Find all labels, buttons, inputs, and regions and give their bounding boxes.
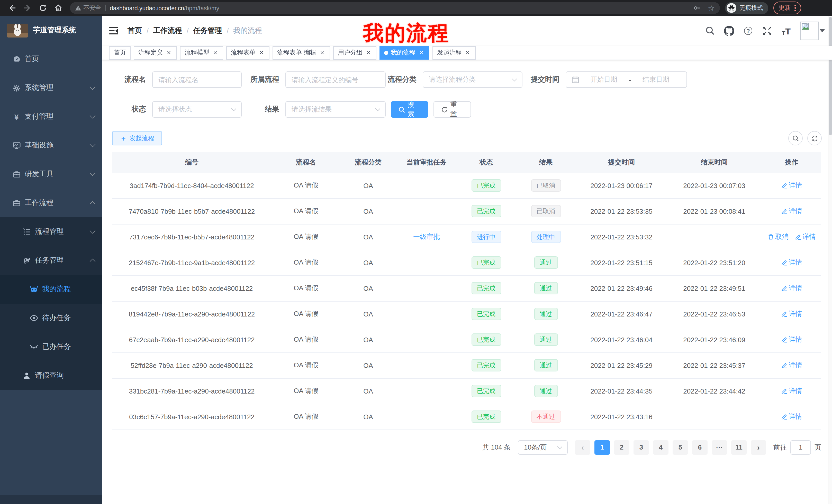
close-icon[interactable]: ✕: [212, 49, 218, 56]
flow-icon: [23, 256, 31, 264]
browser-update-button[interactable]: 更新: [773, 2, 801, 15]
sidebar-item-done-tasks[interactable]: 已办任务: [0, 332, 102, 361]
close-icon[interactable]: ✕: [165, 49, 172, 56]
github-icon[interactable]: [724, 26, 734, 36]
sidebar-item-system[interactable]: 系统管理: [0, 74, 102, 102]
not-secure-warning[interactable]: 不安全: [75, 4, 101, 12]
detail-button[interactable]: 详情: [781, 335, 802, 344]
sidebar-item-home[interactable]: 首页: [0, 45, 102, 74]
avatar-caret-icon[interactable]: [820, 29, 825, 32]
close-icon[interactable]: ✕: [319, 49, 326, 56]
category-select[interactable]: 请选择流程分类: [423, 72, 522, 88]
page-number[interactable]: 6: [692, 440, 707, 454]
breadcrumb-workflow[interactable]: 工作流程: [153, 26, 182, 35]
sidebar-item-my-process[interactable]: 我的流程: [0, 275, 102, 304]
process-name-input[interactable]: [152, 72, 242, 88]
edit-icon: [781, 208, 787, 214]
page-number[interactable]: 1: [594, 440, 610, 454]
reset-button[interactable]: 重置: [434, 101, 471, 118]
sidebar-item-process-mgmt[interactable]: 流程管理: [0, 217, 102, 246]
chevron-down-icon: [557, 444, 562, 449]
process-definition-input[interactable]: [285, 72, 386, 88]
detail-button[interactable]: 详情: [795, 232, 816, 242]
tab-process-model[interactable]: 流程模型✕: [180, 46, 223, 59]
next-page-button[interactable]: ›: [751, 440, 766, 454]
tab-user-group[interactable]: 用户分组✕: [333, 46, 376, 59]
browser-home-icon[interactable]: [51, 1, 65, 15]
detail-button[interactable]: 详情: [781, 412, 802, 421]
close-icon[interactable]: ✕: [365, 49, 372, 56]
search-button[interactable]: 搜索: [391, 101, 428, 118]
page-number[interactable]: 4: [653, 440, 669, 454]
submit-time-range-picker[interactable]: 开始日期 - 结束日期: [566, 72, 687, 88]
page-number[interactable]: 11: [731, 440, 747, 454]
result-select[interactable]: 请选择流结果: [285, 101, 386, 118]
goto-page-input[interactable]: [790, 440, 811, 454]
tab-process-form-edit[interactable]: 流程表单-编辑✕: [272, 46, 330, 59]
page-number[interactable]: 5: [673, 440, 688, 454]
tab-process-definition[interactable]: 流程定义✕: [134, 46, 177, 59]
detail-button[interactable]: 详情: [781, 181, 802, 190]
tab-process-form[interactable]: 流程表单✕: [226, 46, 269, 59]
breadcrumb-task-mgmt[interactable]: 任务管理: [193, 26, 222, 35]
status-select[interactable]: 请选择状态: [152, 101, 242, 118]
sidebar-item-task-mgmt[interactable]: 任务管理: [0, 246, 102, 275]
app-logo[interactable]: 芋道管理系统: [0, 16, 102, 45]
breadcrumb-home[interactable]: 首页: [128, 26, 142, 35]
detail-button[interactable]: 详情: [781, 361, 802, 370]
sidebar-collapse-icon[interactable]: [109, 27, 118, 35]
close-icon[interactable]: ✕: [464, 49, 471, 56]
close-icon[interactable]: ✕: [418, 49, 425, 56]
browser-toolbar: 不安全 dashboard.yudao.iocoder.cn/bpm/task/…: [0, 0, 832, 16]
start-process-button[interactable]: ＋ 发起流程: [112, 131, 162, 145]
page-size-select[interactable]: 10条/页: [518, 440, 568, 454]
tab-my-process[interactable]: 我的流程✕: [380, 46, 430, 59]
task-link[interactable]: 一级审批: [413, 232, 440, 242]
table-refresh-button[interactable]: [807, 131, 822, 145]
help-icon[interactable]: ?: [743, 26, 753, 36]
browser-menu-icon[interactable]: [795, 5, 796, 11]
col-actions: 操作: [762, 152, 821, 173]
browser-back-icon[interactable]: [5, 1, 19, 15]
col-submit-time: 提交时间: [576, 152, 667, 173]
detail-button[interactable]: 详情: [781, 206, 802, 216]
calendar-icon: [572, 76, 579, 83]
browser-reload-icon[interactable]: [36, 1, 49, 15]
avatar[interactable]: [800, 22, 818, 40]
page-number[interactable]: 3: [633, 440, 649, 454]
pagination: 共 104 条 10条/页 ‹ 1 2 3 4 5 6 ··· 11: [112, 440, 821, 454]
font-size-icon[interactable]: TT: [781, 26, 791, 36]
detail-button[interactable]: 详情: [781, 386, 802, 396]
workflow-submenu: 流程管理 任务管理 我的流程: [0, 217, 102, 390]
fullscreen-icon[interactable]: [762, 26, 772, 36]
password-key-icon[interactable]: [693, 4, 701, 12]
detail-button[interactable]: 详情: [781, 258, 802, 267]
detail-button[interactable]: 详情: [781, 284, 802, 293]
goto-suffix: 页: [814, 443, 821, 452]
bookmark-star-icon[interactable]: ☆: [708, 3, 715, 12]
prev-page-button[interactable]: ‹: [575, 440, 590, 454]
browser-forward-icon[interactable]: [21, 1, 34, 15]
detail-button[interactable]: 详情: [781, 309, 802, 318]
col-current-task: 当前审批任务: [396, 152, 457, 173]
close-icon[interactable]: ✕: [258, 49, 265, 56]
table-search-toggle-button[interactable]: [788, 131, 803, 145]
tab-start-process[interactable]: 发起流程✕: [433, 46, 476, 59]
sidebar-item-todo-tasks[interactable]: 待办任务: [0, 304, 102, 332]
url-bar[interactable]: 不安全 dashboard.yudao.iocoder.cn/bpm/task/…: [70, 2, 720, 14]
more-pages-button[interactable]: ···: [712, 440, 727, 454]
chevron-up-icon: [90, 201, 96, 207]
sidebar-item-devtools[interactable]: 研发工具: [0, 160, 102, 189]
sidebar: 芋道管理系统 首页 系统管理 ¥ 支付管理: [0, 16, 102, 504]
tab-home[interactable]: 首页✕: [109, 46, 131, 59]
cancel-button[interactable]: 取消: [768, 232, 788, 242]
search-icon[interactable]: [705, 26, 715, 36]
status-badge: 已完成: [471, 411, 501, 423]
chevron-down-icon: [90, 113, 96, 119]
sidebar-item-payment[interactable]: ¥ 支付管理: [0, 102, 102, 131]
page-number[interactable]: 2: [614, 440, 629, 454]
window-scrollbar[interactable]: [828, 16, 832, 504]
sidebar-item-workflow[interactable]: 工作流程: [0, 189, 102, 217]
sidebar-item-leave-query[interactable]: 请假查询: [0, 361, 102, 390]
sidebar-item-infra[interactable]: 基础设施: [0, 131, 102, 160]
